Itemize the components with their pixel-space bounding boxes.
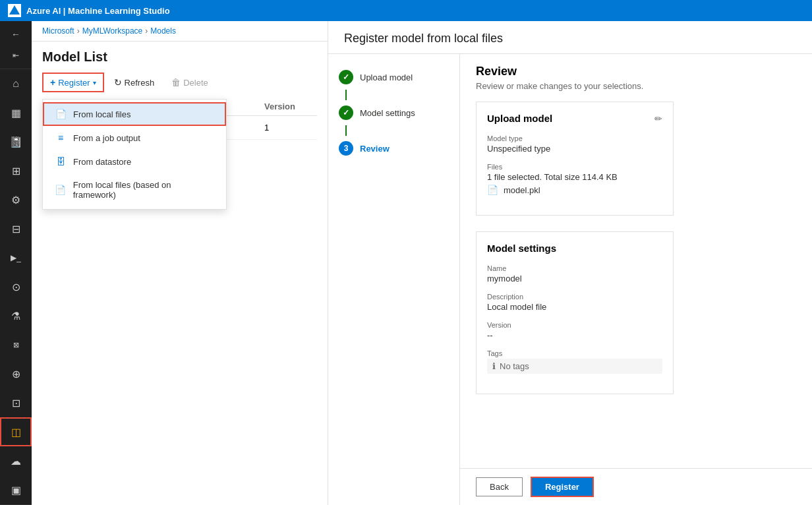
sidebar-item-endpoints[interactable]: ⊙ <box>0 272 32 301</box>
back-nav-icon[interactable]: ← <box>0 24 32 45</box>
toolbar: + Register ▾ 📄 From local files ≡ From a… <box>32 70 328 98</box>
step-label-upload: Upload model <box>360 73 413 82</box>
action-bar: Back Register <box>460 468 812 505</box>
step-connector-2 <box>345 125 347 136</box>
app-title: Azure AI | Machine Learning Studio <box>26 6 170 16</box>
sidebar-item-dashboard[interactable]: ▦ <box>0 98 32 127</box>
file-framework-icon: 📄 <box>55 185 67 195</box>
azure-logo-icon <box>8 4 21 17</box>
sidebar-item-cloud[interactable]: ☁ <box>0 446 32 475</box>
sidebar-item-home[interactable]: ⌂ <box>0 69 32 98</box>
register-button-label: Register <box>58 78 90 88</box>
col-header-version: Version <box>264 102 317 111</box>
step-label-review: Review <box>360 144 390 154</box>
register-dropdown: 📄 From local files ≡ From a job output 🗄… <box>42 99 227 210</box>
upload-model-card: Upload model ✏ Model type Unspecified ty… <box>476 102 674 216</box>
dropdown-from-datastore[interactable]: 🗄 From datastore <box>43 150 226 173</box>
tags-value: No tags <box>500 361 529 371</box>
name-label: Name <box>487 264 662 272</box>
version-value: -- <box>487 330 662 340</box>
model-settings-card: Model settings Name mymodel Description … <box>476 231 674 394</box>
file-icon: 📄 <box>55 109 67 119</box>
sidebar-item-experiments[interactable]: ⚗ <box>0 301 32 330</box>
sidebar-item-terminal[interactable]: ▶_ <box>0 243 32 272</box>
sidebar-item-models[interactable]: ◫ <box>0 417 32 446</box>
file-item-name: model.pkl <box>504 185 540 195</box>
info-icon: ℹ <box>492 361 496 371</box>
step-label-settings: Model settings <box>360 108 415 118</box>
sidebar-item-environments[interactable]: ⊡ <box>0 388 32 417</box>
app-logo: Azure AI | Machine Learning Studio <box>8 4 170 17</box>
step-circle-upload: ✓ <box>339 70 353 84</box>
register-button[interactable]: + Register ▾ <box>42 73 104 92</box>
breadcrumb-models[interactable]: Models <box>150 26 176 36</box>
topbar: Azure AI | Machine Learning Studio <box>0 0 812 21</box>
tags-value-row: ℹ No tags <box>487 359 662 374</box>
edit-upload-icon[interactable]: ✏ <box>654 113 662 124</box>
delete-label: Delete <box>183 78 208 88</box>
settings-card-title: Model settings <box>487 243 662 254</box>
tags-label: Tags <box>487 349 662 357</box>
wizard-step-settings[interactable]: ✓ Model settings <box>339 100 449 125</box>
wizard-steps: ✓ Upload model ✓ Model settings 3 Review <box>328 54 460 505</box>
database-icon: 🗄 <box>55 156 67 167</box>
sidebar-item-notebooks[interactable]: 📓 <box>0 127 32 156</box>
panel-title: Model List <box>32 42 328 70</box>
sidebar-item-data[interactable]: ⊞ <box>0 156 32 185</box>
files-value: 1 file selected. Total size 114.4 KB <box>487 172 662 182</box>
description-value: Local model file <box>487 302 662 312</box>
wizard-step-review[interactable]: 3 Review <box>339 136 449 161</box>
sidebar-item-datasets[interactable]: ⊠ <box>0 330 32 359</box>
description-label: Description <box>487 293 662 301</box>
step-circle-settings: ✓ <box>339 105 353 120</box>
file-item-icon: 📄 <box>487 185 498 195</box>
wizard-step-upload[interactable]: ✓ Upload model <box>339 65 449 90</box>
sidebar: ← ⇤ ⌂ ▦ 📓 ⊞ ⚙ ⊟ ▶_ ⊙ ⚗ ⊠ ⊕ ⊡ ◫ ☁ ▣ ? <box>0 21 32 505</box>
breadcrumb: Microsoft › MyMLWorkspace › Models <box>32 21 328 42</box>
review-title: Review <box>476 65 796 78</box>
model-type-label: Model type <box>487 134 662 142</box>
refresh-label: Refresh <box>125 78 155 88</box>
file-item: 📄 model.pkl <box>487 185 662 195</box>
dropdown-from-job-output[interactable]: ≡ From a job output <box>43 126 226 150</box>
name-value: mymodel <box>487 274 662 283</box>
collapse-icon[interactable]: ⇤ <box>0 45 32 66</box>
register-form-title: Register model from local files <box>328 21 812 54</box>
refresh-button[interactable]: ↻ Refresh <box>107 73 162 92</box>
delete-icon: 🗑 <box>171 77 181 88</box>
dropdown-item-label: From a job output <box>73 133 140 143</box>
step-circle-review: 3 <box>339 141 353 156</box>
version-label: Version <box>487 321 662 329</box>
breadcrumb-workspace[interactable]: MyMLWorkspace <box>82 26 143 36</box>
sidebar-item-compute[interactable]: ▣ <box>0 475 32 504</box>
chevron-down-icon: ▾ <box>93 79 96 86</box>
sidebar-item-components[interactable]: ⊟ <box>0 214 32 243</box>
files-label: Files <box>487 163 662 171</box>
list-icon: ≡ <box>55 133 67 143</box>
row-version: 1 <box>264 123 317 133</box>
plus-icon: + <box>50 77 55 88</box>
upload-card-title: Upload model <box>487 113 552 124</box>
sidebar-item-pipelines[interactable]: ⊕ <box>0 359 32 388</box>
dropdown-from-local-files[interactable]: 📄 From local files <box>43 102 226 126</box>
dropdown-from-local-framework[interactable]: 📄 From local files (based on framework) <box>43 173 226 206</box>
breadcrumb-microsoft[interactable]: Microsoft <box>42 26 74 36</box>
step-connector-1 <box>345 90 347 100</box>
dropdown-item-label: From local files (based on framework) <box>73 180 214 200</box>
sidebar-item-jobs[interactable]: ⚙ <box>0 185 32 214</box>
review-subtitle: Review or make changes to your selection… <box>476 81 796 91</box>
back-button[interactable]: Back <box>476 477 523 496</box>
register-final-button[interactable]: Register <box>531 477 594 497</box>
refresh-icon: ↻ <box>114 77 122 88</box>
model-type-value: Unspecified type <box>487 144 662 154</box>
dropdown-item-label: From datastore <box>73 157 131 167</box>
delete-button[interactable]: 🗑 Delete <box>164 73 216 92</box>
dropdown-item-label: From local files <box>73 109 130 119</box>
